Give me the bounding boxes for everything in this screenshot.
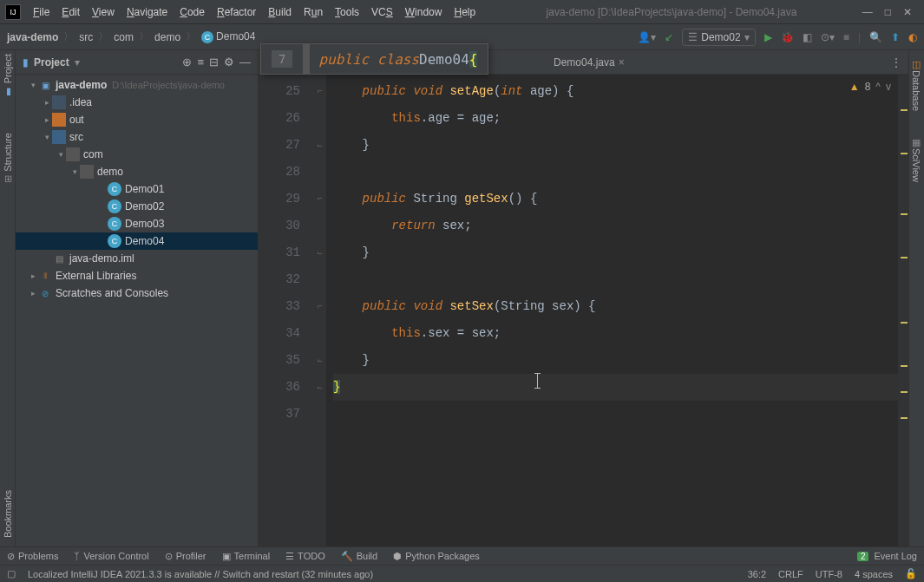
menu-build[interactable]: Build — [263, 4, 297, 20]
tree-root[interactable]: ▾▣java-demoD:\IdeaProjects\java-demo — [16, 76, 258, 94]
bottom-toolbar: ⊘Problems ᛉVersion Control ⊙Profiler ▣Te… — [0, 546, 924, 565]
inspection-widget[interactable]: ▲ 8 ^v — [849, 81, 891, 93]
tool-terminal[interactable]: ▣Terminal — [222, 551, 271, 562]
tab-structure[interactable]: ⊞Structure — [2, 133, 13, 183]
right-tool-strip: ◫Database ▦SciView — [908, 50, 924, 546]
run-config-dropdown[interactable]: ☰Demo02▾ — [682, 29, 755, 46]
tree-iml[interactable]: ▤java-demo.iml — [16, 250, 258, 267]
crumb-src[interactable]: src — [79, 31, 93, 43]
hide-icon[interactable]: — — [239, 56, 251, 69]
tree-ext-libs[interactable]: ▸⫴External Libraries — [16, 267, 258, 284]
tool-problems[interactable]: ⊘Problems — [7, 551, 58, 562]
sticky-header: 7 public class Demo04 { — [260, 43, 488, 75]
code-area[interactable]: public void setAge(int age) { this.age =… — [326, 75, 898, 546]
menu-tools[interactable]: Tools — [330, 4, 364, 20]
menu-run[interactable]: Run — [298, 4, 328, 20]
title-bar: IJ File Edit View Navigate Code Refactor… — [0, 0, 924, 24]
menu-refactor[interactable]: Refactor — [212, 4, 261, 20]
tree-out[interactable]: ▸out — [16, 111, 258, 128]
project-tree: ▾▣java-demoD:\IdeaProjects\java-demo ▸.i… — [16, 75, 258, 546]
menu-help[interactable]: Help — [449, 4, 481, 20]
tree-com[interactable]: ▾com — [16, 146, 258, 163]
debug-button[interactable]: 🐞 — [781, 31, 794, 43]
close-button[interactable]: ✕ — [903, 6, 912, 18]
tree-scratches[interactable]: ▸⊘Scratches and Consoles — [16, 284, 258, 302]
menu-vcs[interactable]: VCS — [366, 4, 398, 20]
text-cursor-icon — [537, 373, 538, 389]
update-icon[interactable]: ⬆ — [891, 31, 900, 43]
expand-all-icon[interactable]: ≡ — [197, 56, 204, 69]
tab-sciview[interactable]: ▦SciView — [911, 137, 922, 182]
menu-navigate[interactable]: Navigate — [121, 4, 173, 20]
status-readonly-icon[interactable]: 🔓 — [905, 568, 917, 579]
tab-database[interactable]: ◫Database — [911, 59, 922, 111]
stop-button[interactable]: ■ — [843, 31, 849, 43]
tree-demo02[interactable]: CDemo02 — [16, 198, 258, 215]
search-icon[interactable]: 🔍 — [869, 31, 882, 43]
tree-demo[interactable]: ▾demo — [16, 163, 258, 180]
crumb-class[interactable]: CDemo04 — [201, 30, 255, 43]
tool-build[interactable]: 🔨Build — [341, 551, 377, 562]
add-user-icon[interactable]: 👤▾ — [638, 31, 656, 43]
status-indent[interactable]: 4 spaces — [855, 569, 893, 579]
back-icon[interactable]: ↙ — [665, 31, 673, 43]
crumb-demo[interactable]: demo — [154, 31, 180, 43]
tab-project[interactable]: ▮Project — [2, 54, 13, 98]
tab-bookmarks[interactable]: Bookmarks — [3, 490, 13, 538]
status-position[interactable]: 36:2 — [748, 569, 766, 579]
tree-demo04[interactable]: CDemo04 — [16, 232, 258, 250]
maximize-button[interactable]: □ — [885, 6, 891, 18]
status-encoding[interactable]: UTF-8 — [816, 569, 842, 579]
fold-column[interactable]: ⌐⌙⌐⌙⌐⌙⌙ — [314, 75, 326, 546]
tree-idea[interactable]: ▸.idea — [16, 94, 258, 111]
tool-event-log[interactable]: 2Event Log — [857, 551, 917, 561]
crumb-root[interactable]: java-demo — [7, 31, 58, 43]
tool-profiler[interactable]: ⊙Profiler — [165, 551, 206, 562]
menu-window[interactable]: Window — [400, 4, 448, 20]
minimize-button[interactable]: — — [862, 6, 873, 18]
main-menu: File Edit View Navigate Code Refactor Bu… — [28, 4, 481, 20]
app-logo-icon: IJ — [5, 4, 21, 20]
editor: Demo04.java× ⋮ ▲ 8 ^v 252627282930313233… — [259, 50, 908, 546]
status-quick-icon[interactable]: ▢ — [7, 568, 16, 579]
left-tool-strip: ▮Project ⊞Structure Bookmarks — [0, 50, 16, 546]
run-button[interactable]: ▶ — [764, 31, 772, 43]
status-bar: ▢ Localized IntelliJ IDEA 2021.3.3 is av… — [0, 565, 924, 582]
profile-button[interactable]: ⊙▾ — [821, 31, 835, 43]
select-opened-icon[interactable]: ⊕ — [182, 56, 192, 69]
editor-tab[interactable]: Demo04.java× — [545, 53, 633, 72]
menu-code[interactable]: Code — [174, 4, 210, 20]
tool-todo[interactable]: ☰TODO — [285, 551, 325, 562]
warning-icon: ▲ — [849, 81, 860, 93]
menu-edit[interactable]: Edit — [56, 4, 85, 20]
status-line-sep[interactable]: CRLF — [778, 569, 803, 579]
line-number-gutter[interactable]: 25262728293031323334353637 — [259, 75, 314, 546]
tree-src[interactable]: ▾src — [16, 128, 258, 146]
menu-view[interactable]: View — [87, 4, 120, 20]
tabs-more-icon[interactable]: ⋮ — [891, 56, 901, 69]
ide-icon[interactable]: ◐ — [908, 31, 917, 43]
tool-vcs[interactable]: ᛉVersion Control — [74, 551, 148, 561]
tree-demo01[interactable]: CDemo01 — [16, 180, 258, 198]
crumb-com[interactable]: com — [114, 31, 134, 43]
breadcrumb: java-demo 〉 src 〉 com 〉 demo 〉 CDemo04 — [7, 29, 255, 44]
tree-demo03[interactable]: CDemo03 — [16, 215, 258, 232]
collapse-all-icon[interactable]: ⊟ — [209, 56, 219, 69]
project-panel: ▮ Project ▾ ⊕ ≡ ⊟ ⚙ — ▾▣java-demoD:\Idea… — [16, 50, 259, 546]
project-panel-title: Project — [34, 56, 69, 69]
settings-icon[interactable]: ⚙ — [224, 56, 234, 69]
window-title: java-demo [D:\IdeaProjects\java-demo] - … — [481, 6, 862, 18]
menu-file[interactable]: File — [28, 4, 55, 20]
tool-python[interactable]: ⬢Python Packages — [393, 551, 480, 562]
status-message[interactable]: Localized IntelliJ IDEA 2021.3.3 is avai… — [28, 569, 736, 579]
coverage-button[interactable]: ◧ — [803, 31, 812, 43]
error-stripe[interactable] — [898, 75, 908, 546]
